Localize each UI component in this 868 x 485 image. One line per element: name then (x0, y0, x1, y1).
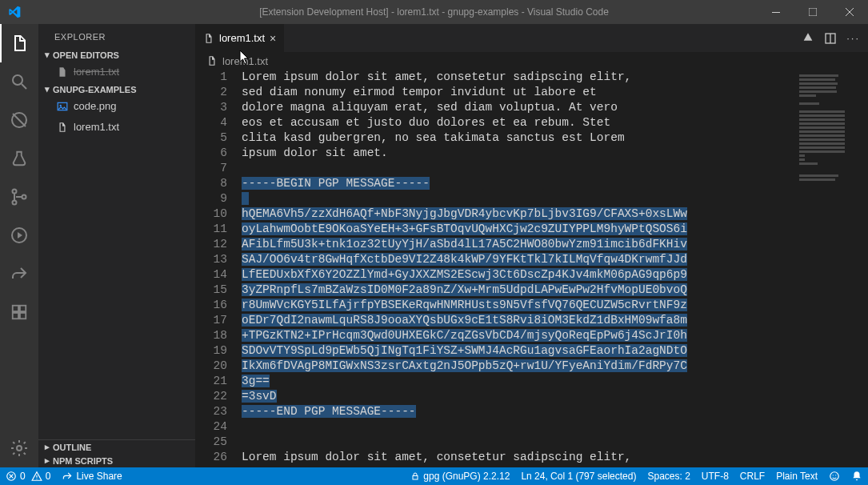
svg-rect-10 (13, 306, 18, 311)
window-maximize-button[interactable] (794, 0, 831, 24)
status-bell-icon[interactable] (846, 471, 868, 482)
activity-test-icon[interactable] (0, 139, 38, 178)
code-content[interactable]: Lorem ipsum dolor sit amet, consetetur s… (242, 70, 796, 467)
minimap[interactable] (796, 70, 868, 467)
editor-action-color-icon[interactable] (802, 32, 814, 45)
file-label: lorem1.txt (74, 118, 119, 136)
project-label: GNUPG-EXAMPLES (53, 85, 137, 94)
editor-action-split-icon[interactable] (824, 32, 837, 45)
chevron-right-icon: ▸ (42, 442, 53, 452)
status-warnings[interactable]: 0 (31, 467, 57, 485)
activity-extensions-icon[interactable] (0, 293, 38, 331)
outline-header[interactable]: ▸ OUTLINE (38, 440, 195, 454)
svg-rect-11 (13, 313, 18, 319)
svg-rect-22 (413, 476, 418, 480)
title-bar: [Extension Development Host] - lorem1.tx… (0, 0, 868, 24)
sidebar-title: EXPLORER (38, 24, 195, 48)
chevron-right-icon: ▸ (42, 455, 53, 466)
file-icon (56, 66, 69, 78)
activity-debug-icon[interactable] (0, 101, 38, 139)
open-editor-item[interactable]: lorem1.txt (38, 62, 195, 82)
chevron-down-icon: ▾ (42, 50, 53, 60)
svg-point-16 (60, 105, 62, 106)
status-encoding[interactable]: UTF-8 (696, 471, 734, 482)
svg-rect-13 (20, 306, 26, 311)
file-icon (56, 121, 69, 134)
outline-label: OUTLINE (53, 443, 91, 452)
svg-point-6 (13, 190, 17, 194)
status-language[interactable]: Plain Text (770, 471, 823, 482)
activity-explorer-icon[interactable] (0, 24, 38, 62)
activity-scm-icon[interactable] (0, 178, 38, 216)
npm-scripts-header[interactable]: ▸ NPM SCRIPTS (38, 454, 195, 467)
status-cursor-position[interactable]: Ln 24, Col 1 (797 selected) (515, 471, 642, 482)
svg-point-25 (835, 475, 836, 475)
status-errors[interactable]: 0 (0, 467, 31, 485)
status-bar: 0 0 Live Share gpg (GnuPG) 2.2.12 Ln 24,… (0, 467, 868, 485)
svg-point-7 (13, 201, 17, 205)
svg-rect-12 (20, 313, 26, 319)
npm-label: NPM SCRIPTS (53, 456, 113, 466)
svg-line-3 (22, 84, 26, 89)
activity-bar (0, 24, 38, 467)
svg-point-24 (833, 475, 834, 475)
file-icon (203, 33, 214, 44)
tab-lorem1[interactable]: lorem1.txt × (195, 24, 285, 52)
status-live-share[interactable]: Live Share (56, 467, 127, 485)
chevron-down-icon: ▾ (42, 84, 53, 94)
vscode-icon (0, 6, 28, 18)
window-title: [Extension Development Host] - lorem1.tx… (259, 6, 609, 18)
svg-rect-0 (772, 12, 780, 13)
activity-run-icon[interactable] (0, 216, 38, 255)
file-row-code-png[interactable]: code.png (38, 96, 195, 117)
breadcrumb-label: lorem1.txt (222, 55, 268, 67)
image-icon (56, 100, 69, 113)
window-close-button[interactable] (831, 0, 868, 24)
line-number-gutter: 1234567891011121314151617181920212223242… (195, 70, 242, 467)
svg-point-2 (13, 75, 22, 85)
file-row-lorem1-txt[interactable]: lorem1.txt (38, 117, 195, 138)
svg-point-21 (36, 479, 37, 479)
status-feedback-icon[interactable] (823, 471, 846, 482)
svg-rect-1 (809, 8, 817, 16)
status-eol[interactable]: CRLF (734, 471, 770, 482)
open-editor-item-label: lorem1.txt (74, 63, 119, 81)
status-indentation[interactable]: Spaces: 2 (642, 471, 695, 482)
project-header[interactable]: ▾ GNUPG-EXAMPLES (38, 82, 195, 96)
activity-share-icon[interactable] (0, 255, 38, 293)
svg-point-14 (17, 446, 22, 451)
editor-action-more-icon[interactable]: ··· (846, 32, 860, 44)
status-gpg[interactable]: gpg (GnuPG) 2.2.12 (405, 471, 515, 482)
svg-point-23 (830, 472, 839, 481)
svg-point-8 (22, 195, 26, 199)
svg-line-5 (13, 114, 26, 126)
editor-area: lorem1.txt × ··· lorem1.txt 123456789101… (195, 24, 868, 467)
tab-bar: lorem1.txt × ··· (195, 24, 868, 52)
breadcrumb[interactable]: lorem1.txt (195, 52, 868, 70)
file-icon (206, 55, 218, 66)
activity-settings-icon[interactable] (0, 429, 38, 467)
tab-label: lorem1.txt (219, 32, 265, 44)
activity-search-icon[interactable] (0, 62, 38, 101)
sidebar-explorer: EXPLORER ▾ OPEN EDITORS lorem1.txt ▾ GNU… (38, 24, 195, 467)
tab-close-icon[interactable]: × (270, 32, 276, 45)
window-minimize-button[interactable] (758, 0, 794, 24)
open-editors-header[interactable]: ▾ OPEN EDITORS (38, 48, 195, 62)
editor-body[interactable]: 1234567891011121314151617181920212223242… (195, 70, 868, 467)
file-label: code.png (74, 98, 117, 115)
open-editors-label: OPEN EDITORS (53, 50, 119, 60)
